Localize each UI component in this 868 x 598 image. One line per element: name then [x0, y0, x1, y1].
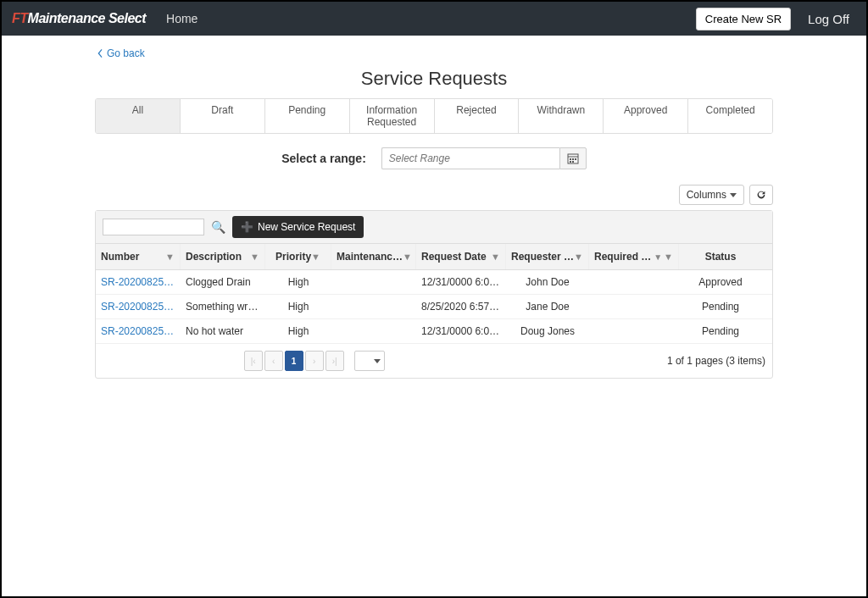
tab-information-requested[interactable]: Information Requested — [349, 99, 434, 133]
cell-request-date: 8/25/2020 6:57 AM — [416, 295, 506, 318]
page-size-select[interactable] — [354, 351, 385, 371]
sort-desc-icon[interactable]: ▼ — [654, 252, 662, 262]
go-back-link[interactable]: Go back — [97, 47, 145, 59]
cell-required — [589, 295, 679, 318]
cell-description: Clogged Drain — [181, 270, 265, 294]
cell-number[interactable]: SR-202008250456-1 — [96, 270, 181, 294]
tab-draft[interactable]: Draft — [180, 99, 264, 133]
col-header-request-date[interactable]: Request Date▼ — [416, 244, 506, 269]
cell-description: Something wrong wi — [181, 295, 265, 318]
page-info: 1 of 1 pages (3 items) — [667, 355, 765, 367]
filter-icon[interactable]: ▼ — [311, 252, 320, 262]
filter-icon[interactable]: ▼ — [664, 252, 673, 262]
service-request-grid: 🔍 ➕ New Service Request Number▼ Descript… — [95, 210, 773, 379]
cell-requester: Doug Jones — [506, 319, 589, 343]
nav-home[interactable]: Home — [166, 12, 198, 25]
create-new-sr-button[interactable]: Create New SR — [696, 8, 791, 30]
cell-required — [589, 270, 679, 294]
chevron-left-icon — [97, 49, 103, 58]
col-header-requester[interactable]: Requester …▼ — [506, 244, 589, 269]
cell-request-date: 12/31/0000 6:09 PM — [416, 319, 506, 343]
plus-icon: ➕ — [241, 221, 253, 233]
go-back-label: Go back — [107, 47, 145, 59]
tab-all[interactable]: All — [96, 99, 180, 133]
cell-status: Pending — [679, 295, 762, 318]
tab-rejected[interactable]: Rejected — [434, 99, 519, 133]
col-header-number[interactable]: Number▼ — [96, 244, 181, 269]
columns-label: Columns — [687, 189, 726, 201]
cell-number[interactable]: SR-202008250458-4 — [96, 319, 181, 343]
calendar-icon — [567, 152, 579, 164]
svg-rect-6 — [572, 161, 574, 163]
table-row: SR-202008250458-4No hot waterHigh12/31/0… — [96, 319, 772, 344]
cell-request-date: 12/31/0000 6:09 PM — [416, 270, 506, 294]
top-nav: FTMaintenance Select Home Create New SR … — [2, 2, 866, 36]
grid-header: Number▼ Description▼ Priority▼ Maintenan… — [96, 244, 772, 270]
logoff-link[interactable]: Log Off — [801, 12, 856, 26]
pager-next[interactable]: › — [305, 351, 324, 371]
pager-prev[interactable]: ‹ — [264, 351, 283, 371]
col-header-status[interactable]: Status — [679, 244, 762, 269]
table-row: SR-202008250456-1Clogged DrainHigh12/31/… — [96, 270, 772, 295]
calendar-button[interactable] — [559, 147, 587, 169]
filter-icon[interactable]: ▼ — [250, 252, 259, 262]
cell-maintenance — [331, 319, 416, 343]
brand-logo: FTMaintenance Select — [12, 11, 146, 26]
cell-requester: Jane Doe — [506, 295, 589, 318]
search-icon[interactable]: 🔍 — [211, 220, 225, 234]
filter-icon[interactable]: ▼ — [574, 252, 583, 262]
cell-priority: High — [265, 319, 331, 343]
page-title: Service Requests — [95, 68, 773, 90]
caret-down-icon — [374, 359, 381, 363]
cell-status: Pending — [679, 319, 762, 343]
cell-description: No hot water — [181, 319, 265, 343]
filter-icon[interactable]: ▼ — [491, 252, 500, 262]
cell-priority: High — [265, 270, 331, 294]
cell-status: Approved — [679, 270, 762, 294]
brand-prefix: FT — [12, 11, 28, 25]
col-header-maintenance[interactable]: Maintenanc…▼ — [331, 244, 416, 269]
status-tabs: All Draft Pending Information Requested … — [95, 98, 773, 134]
filter-icon[interactable]: ▼ — [165, 252, 175, 262]
brand-rest: Maintenance Select — [28, 11, 147, 25]
cell-requester: John Doe — [506, 270, 589, 294]
grid-search-input[interactable] — [103, 219, 204, 235]
svg-rect-3 — [572, 158, 574, 160]
pager-page-1[interactable]: 1 — [285, 351, 303, 371]
cell-maintenance — [331, 295, 416, 318]
pager-last[interactable]: ›| — [326, 351, 344, 371]
grid-body: SR-202008250456-1Clogged DrainHigh12/31/… — [96, 270, 772, 344]
tab-withdrawn[interactable]: Withdrawn — [518, 99, 603, 133]
new-sr-label: New Service Request — [258, 221, 355, 233]
tab-completed[interactable]: Completed — [687, 99, 772, 133]
range-input[interactable] — [381, 147, 559, 169]
filter-icon[interactable]: ▼ — [403, 252, 412, 262]
col-header-required[interactable]: Required …▼▼ — [589, 244, 679, 269]
grid-footer: |‹ ‹ 1 › ›| 1 of 1 pages (3 items) — [96, 344, 772, 378]
range-row: Select a range: — [95, 147, 773, 169]
cell-required — [589, 319, 679, 343]
range-label: Select a range: — [281, 152, 366, 165]
pager: |‹ ‹ 1 › ›| — [244, 351, 385, 371]
cell-maintenance — [331, 270, 416, 294]
caret-down-icon — [730, 193, 737, 197]
new-service-request-button[interactable]: ➕ New Service Request — [232, 216, 364, 238]
columns-button[interactable]: Columns — [679, 185, 744, 205]
col-header-priority[interactable]: Priority▼ — [265, 244, 331, 269]
refresh-button[interactable] — [749, 185, 773, 205]
table-row: SR-202008250457-3Something wrong wiHigh8… — [96, 295, 772, 319]
tab-pending[interactable]: Pending — [264, 99, 349, 133]
svg-rect-4 — [575, 158, 576, 160]
grid-toolbar: 🔍 ➕ New Service Request — [96, 211, 772, 244]
refresh-icon — [755, 189, 767, 201]
cell-priority: High — [265, 295, 331, 318]
svg-rect-5 — [570, 161, 571, 163]
cell-number[interactable]: SR-202008250457-3 — [96, 295, 181, 318]
col-header-description[interactable]: Description▼ — [181, 244, 265, 269]
grid-controls: Columns — [95, 185, 773, 205]
tab-approved[interactable]: Approved — [603, 99, 687, 133]
svg-rect-2 — [570, 158, 571, 160]
pager-first[interactable]: |‹ — [244, 351, 263, 371]
